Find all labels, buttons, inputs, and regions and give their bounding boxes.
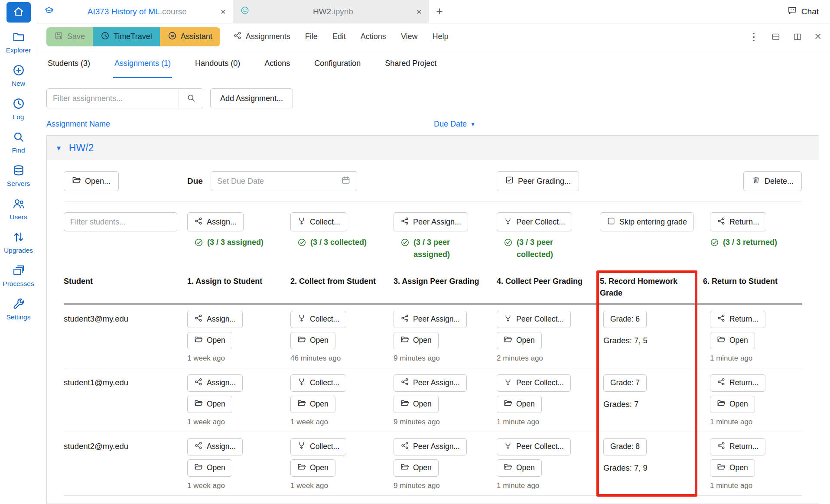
sort-by-name[interactable]: Assignment Name [46, 120, 110, 129]
tab-course-file[interactable]: AI373 History of ML.course × [37, 0, 233, 23]
open-button[interactable]: Open [187, 396, 232, 413]
collect-button[interactable]: Collect... [290, 374, 346, 392]
search-button[interactable] [179, 89, 203, 108]
return-cell: Return... Open 1 minute ago [703, 374, 802, 426]
assignment-header[interactable]: ▼ HW/2 [47, 136, 819, 160]
sidebar-item-label: Servers [7, 180, 30, 188]
menu-edit[interactable]: Edit [332, 32, 346, 41]
open-button[interactable]: Open [290, 459, 335, 477]
tab-course-name: AI373 History of ML [88, 7, 160, 16]
tab-assignments[interactable]: Assignments (1) [113, 50, 172, 78]
peer-collect-button[interactable]: Peer Collect... [497, 438, 571, 455]
peer-collect-all-button[interactable]: Peer Collect... [497, 212, 572, 231]
peer-collect-button[interactable]: Peer Collect... [497, 374, 571, 392]
toolbar: Save TimeTravel Assistant Assignments Fi… [37, 23, 830, 50]
column-header-collect: 2. Collect from Student [290, 276, 394, 287]
tab-configuration[interactable]: Configuration [313, 50, 362, 78]
save-button[interactable]: Save [46, 27, 93, 46]
close-panel-icon[interactable]: × [814, 31, 821, 42]
sidebar-item-settings[interactable]: Settings [0, 292, 37, 325]
assignment-settings-row: Open... Due Set Due Date [64, 171, 802, 191]
assign-button[interactable]: Assign... [187, 438, 243, 455]
sidebar-item-find[interactable]: Find [0, 125, 37, 159]
open-button[interactable]: Open [710, 396, 755, 413]
table-row: student3@my.edu Assign... Open 1 week ag… [64, 305, 802, 368]
chat-button[interactable]: Chat [787, 0, 830, 23]
open-button[interactable]: Open [497, 332, 542, 349]
open-assignment-button[interactable]: Open... [64, 171, 119, 191]
sidebar-item-log[interactable]: Log [0, 92, 37, 125]
menu-file[interactable]: File [305, 32, 318, 41]
menu-assignments[interactable]: Assignments [233, 31, 290, 42]
tab-handouts[interactable]: Handouts (0) [194, 50, 241, 78]
grade-button[interactable]: Grade: 6 [603, 311, 647, 328]
folder-open-icon [504, 335, 512, 346]
assign-button[interactable]: Assign... [187, 374, 243, 392]
open-button[interactable]: Open [497, 459, 542, 477]
close-tab-icon[interactable]: × [221, 7, 226, 16]
check-circle-icon [504, 238, 513, 251]
collect-button[interactable]: Collect... [290, 311, 346, 328]
return-button[interactable]: Return... [710, 311, 765, 328]
open-button[interactable]: Open [710, 459, 755, 477]
tab-shared-project[interactable]: Shared Project [384, 50, 438, 78]
menu-actions[interactable]: Actions [361, 32, 386, 41]
tab-notebook-file[interactable]: HW2.ipynb × [233, 0, 429, 23]
close-tab-icon[interactable]: × [417, 7, 422, 16]
menu-help[interactable]: Help [433, 32, 449, 41]
collect-all-button[interactable]: Collect... [290, 212, 347, 231]
return-all-button[interactable]: Return... [710, 212, 766, 231]
timestamp: 1 minute ago [497, 481, 539, 490]
open-button[interactable]: Open [187, 459, 232, 477]
open-button[interactable]: Open [394, 459, 439, 477]
collect-button[interactable]: Collect... [290, 438, 346, 455]
peer-assign-button[interactable]: Peer Assign... [394, 374, 467, 392]
sidebar-item-upgrades[interactable]: Upgrades [0, 225, 37, 259]
home-button[interactable] [7, 2, 31, 23]
tab-students[interactable]: Students (3) [46, 50, 91, 78]
history-clock-icon [101, 31, 110, 42]
sidebar-item-explorer[interactable]: Explorer [0, 25, 37, 59]
open-button[interactable]: Open [394, 332, 439, 349]
assign-all-button[interactable]: Assign... [187, 212, 244, 231]
peer-assign-button[interactable]: Peer Assign... [394, 438, 467, 455]
open-button[interactable]: Open [187, 332, 232, 349]
menu-view[interactable]: View [401, 32, 418, 41]
folder-open-icon [297, 462, 306, 473]
sidebar-item-servers[interactable]: Servers [0, 159, 37, 192]
skip-entering-grade-checkbox[interactable]: Skip entering grade [600, 212, 694, 231]
open-button[interactable]: Open [394, 396, 439, 413]
assign-button[interactable]: Assign... [187, 311, 243, 328]
peer-collect-button[interactable]: Peer Collect... [497, 311, 571, 328]
timetravel-button[interactable]: TimeTravel [93, 27, 160, 46]
open-button[interactable]: Open [710, 332, 755, 349]
new-tab-button[interactable]: + [429, 0, 450, 23]
open-button[interactable]: Open [290, 396, 335, 413]
grade-button[interactable]: Grade: 8 [603, 438, 647, 455]
open-button[interactable]: Open [290, 332, 335, 349]
assistant-button[interactable]: Assistant [160, 27, 220, 46]
delete-assignment-button[interactable]: Delete... [743, 171, 802, 191]
due-date-input[interactable]: Set Due Date [211, 171, 357, 191]
open-button[interactable]: Open [497, 396, 542, 413]
add-assignment-button[interactable]: Add Assignment... [210, 88, 293, 108]
timestamp: 1 week ago [187, 418, 225, 426]
toolbar-button-group: Save TimeTravel Assistant [46, 27, 220, 46]
return-button[interactable]: Return... [710, 438, 765, 455]
sort-by-due-date[interactable]: Due Date [434, 120, 467, 129]
split-horizontal-icon[interactable] [771, 32, 781, 42]
sidebar-item-processes[interactable]: Processes [0, 259, 37, 292]
sidebar-item-users[interactable]: Users [0, 192, 37, 225]
peer-grading-button[interactable]: Peer Grading... [497, 171, 579, 191]
peer-assign-all-button[interactable]: Peer Assign... [394, 212, 468, 231]
tab-actions[interactable]: Actions [263, 50, 291, 78]
grade-button[interactable]: Grade: 7 [603, 374, 647, 392]
folder-open-icon [717, 462, 726, 473]
filter-assignments-input[interactable] [47, 89, 179, 108]
sidebar-item-new[interactable]: New [0, 59, 37, 92]
kebab-menu-icon[interactable]: ⋮ [749, 32, 759, 42]
split-vertical-icon[interactable] [793, 32, 802, 42]
return-button[interactable]: Return... [710, 374, 765, 392]
peer-assign-button[interactable]: Peer Assign... [394, 311, 467, 328]
filter-students-input[interactable] [64, 212, 177, 231]
